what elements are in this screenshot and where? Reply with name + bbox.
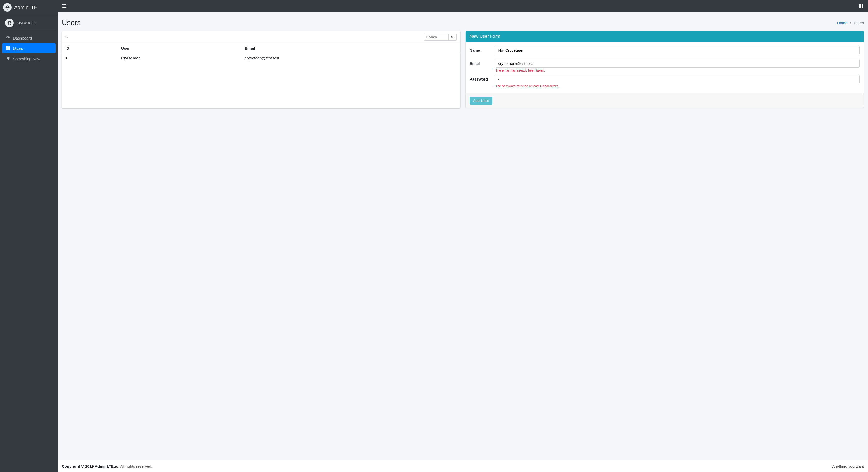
sidebar-item-label: Dashboard [13,36,32,40]
svg-rect-9 [9,46,10,47]
svg-rect-2 [62,7,66,8]
email-input[interactable] [496,59,860,68]
sidebar-item-label: Users [13,46,23,50]
grid-th-icon [5,46,11,50]
breadcrumb-home-link[interactable]: Home [837,21,847,25]
user-panel[interactable]: CryDeTaan [2,15,56,31]
add-user-button[interactable]: Add User [470,97,493,105]
search-button[interactable] [448,34,457,40]
svg-rect-1 [62,6,66,6]
svg-rect-10 [6,48,7,49]
brand-name: AdminLTE [14,5,37,10]
avatar-icon [5,19,14,27]
footer-copyright-bold: Copyright © 2019 AdminLTE.io [62,464,118,468]
col-id: ID [62,43,118,53]
sidebar-item-label: Something New [13,57,40,61]
search-icon [451,36,454,39]
breadcrumb-current: Users [854,21,864,25]
footer-right-text: Anything you want [832,464,864,468]
password-label: Password [470,75,496,81]
svg-rect-7 [6,46,7,47]
svg-rect-12 [9,48,10,49]
form-card-title: New User Form [466,31,864,42]
sidebar-item-users[interactable]: Users [2,43,56,53]
svg-rect-3 [860,4,861,6]
sidebar-nav: CryDeTaan Dashboard Users [0,15,58,472]
svg-point-16 [451,36,453,38]
puzzle-icon [5,56,11,61]
email-error: The email has already been taken. [496,69,860,72]
breadcrumb: Home / Users [837,21,864,25]
topbar [58,0,868,12]
col-email: Email [241,43,460,53]
svg-rect-0 [62,4,66,5]
brand-link[interactable]: AdminLTE [0,0,58,15]
grid-icon[interactable] [859,4,864,9]
brand-logo-icon [3,3,12,12]
name-label: Name [470,46,496,53]
svg-rect-6 [862,6,863,8]
svg-rect-4 [862,4,863,6]
svg-rect-5 [860,6,861,8]
col-user: User [118,43,241,53]
sidebar: AdminLTE [0,0,58,15]
menu-toggle-icon[interactable] [62,4,67,9]
content-header: Users Home / Users [58,15,868,29]
cell-user: CryDeTaan [118,53,241,63]
users-card: :) ID User [62,31,460,108]
svg-rect-15 [9,49,10,50]
dashboard-icon [5,36,11,40]
password-error: The password must be at least 8 characte… [496,85,860,88]
new-user-form-card: New User Form Name Email [466,31,864,108]
search-input[interactable] [424,34,448,40]
password-input[interactable] [496,75,860,83]
users-table: ID User Email 1 CryDeTaan crydetaan@test… [62,43,460,63]
sidebar-item-dashboard[interactable]: Dashboard [2,33,56,43]
svg-rect-11 [7,48,8,49]
content: Users Home / Users :) [58,15,868,472]
name-input[interactable] [496,46,860,55]
breadcrumb-separator: / [850,21,851,25]
username: CryDeTaan [16,21,36,25]
footer: Copyright © 2019 AdminLTE.io. All rights… [58,460,868,472]
page-title: Users [62,19,81,27]
table-row: 1 CryDeTaan crydetaan@test.test [62,53,460,63]
footer-copyright-rest: . All rights reserved. [118,464,153,468]
svg-line-17 [453,37,454,38]
cell-email: crydetaan@test.test [241,53,460,63]
users-card-title: :) [65,35,68,39]
cell-id: 1 [62,53,118,63]
svg-rect-14 [7,49,8,50]
svg-rect-8 [7,46,8,47]
svg-rect-13 [6,49,7,50]
email-label: Email [470,59,496,66]
sidebar-item-something-new[interactable]: Something New [2,54,56,64]
